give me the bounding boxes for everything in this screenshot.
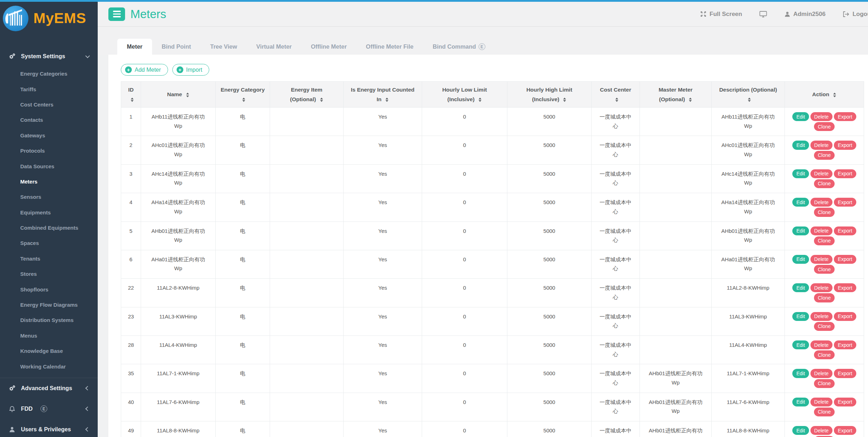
export-button[interactable]: Export	[834, 112, 856, 121]
sidebar-section-users-privileges[interactable]: Users & Privileges	[0, 419, 98, 437]
clone-button[interactable]: Clone	[814, 236, 835, 245]
clone-button[interactable]: Clone	[814, 179, 835, 188]
edit-button[interactable]: Edit	[792, 198, 809, 207]
column-header-hourly-high-limit-inclusive[interactable]: Hourly High Limit (Inclusive)	[507, 82, 592, 108]
clone-button[interactable]: Clone	[814, 379, 835, 388]
sidebar-item-distribution-systems[interactable]: Distribution Systems	[0, 312, 98, 328]
export-button[interactable]: Export	[834, 141, 856, 149]
delete-button[interactable]: Delete	[810, 198, 832, 207]
edit-button[interactable]: Edit	[792, 426, 809, 435]
sidebar-item-energy-flow-diagrams[interactable]: Energy Flow Diagrams	[0, 297, 98, 312]
sidebar-item-contacts[interactable]: Contacts	[0, 112, 98, 127]
clone-button[interactable]: Clone	[814, 322, 835, 331]
column-header-name[interactable]: Name	[141, 82, 216, 108]
delete-button[interactable]: Delete	[810, 112, 832, 121]
delete-button[interactable]: Delete	[810, 426, 832, 435]
export-button[interactable]: Export	[834, 198, 856, 207]
column-header-cost-center[interactable]: Cost Center	[592, 82, 640, 108]
delete-button[interactable]: Delete	[810, 141, 832, 149]
logout-button[interactable]: Logout	[842, 11, 868, 18]
tab-tree-view[interactable]: Tree View	[201, 39, 247, 55]
tab-virtual-meter[interactable]: Virtual Meter	[247, 39, 301, 55]
delete-button[interactable]: Delete	[810, 169, 832, 178]
delete-button[interactable]: Delete	[810, 226, 832, 235]
fullscreen-button[interactable]: Full Screen	[700, 11, 742, 18]
clone-button[interactable]: Clone	[814, 122, 835, 131]
cell-id: 1	[121, 108, 141, 136]
export-button[interactable]: Export	[834, 169, 856, 178]
edit-button[interactable]: Edit	[792, 312, 809, 321]
column-header-hourly-low-limit-inclusive[interactable]: Hourly Low Limit (Inclusive)	[422, 82, 507, 108]
sidebar-item-menus[interactable]: Menus	[0, 328, 98, 343]
edit-button[interactable]: Edit	[792, 398, 809, 406]
sidebar-section-system-settings[interactable]: System Settings	[0, 44, 98, 64]
column-header-description-optional[interactable]: Description (Optional)	[712, 82, 785, 108]
column-header-is-energy-input-counted-in[interactable]: Is Energy Input Counted In	[344, 82, 422, 108]
sidebar-item-sensors[interactable]: Sensors	[0, 189, 98, 204]
edit-button[interactable]: Edit	[792, 141, 809, 149]
sidebar-item-spaces[interactable]: Spaces	[0, 235, 98, 251]
export-button[interactable]: Export	[834, 426, 856, 435]
clone-button[interactable]: Clone	[814, 408, 835, 416]
add-meter-button[interactable]: + Add Meter	[121, 64, 168, 76]
user-menu[interactable]: Admin2506	[784, 11, 826, 18]
column-header-energy-category[interactable]: Energy Category	[216, 82, 270, 108]
sidebar-item-data-sources[interactable]: Data Sources	[0, 158, 98, 174]
edit-button[interactable]: Edit	[792, 255, 809, 264]
delete-button[interactable]: Delete	[810, 283, 832, 292]
tab-bind-command[interactable]: Bind CommandE	[423, 39, 495, 55]
export-button[interactable]: Export	[834, 283, 856, 292]
tab-offline-meter[interactable]: Offline Meter	[301, 39, 356, 55]
import-button[interactable]: + Import	[172, 64, 209, 76]
delete-button[interactable]: Delete	[810, 255, 832, 264]
sidebar-item-energy-categories[interactable]: Energy Categories	[0, 66, 98, 81]
sidebar-section-advanced-settings[interactable]: Advanced Settings	[0, 378, 98, 399]
export-button[interactable]: Export	[834, 398, 856, 406]
sidebar-item-gateways[interactable]: Gateways	[0, 128, 98, 143]
delete-button[interactable]: Delete	[810, 398, 832, 406]
brand-logo[interactable]: MyEMS	[0, 2, 98, 34]
sidebar-item-tariffs[interactable]: Tariffs	[0, 81, 98, 97]
column-header-id[interactable]: ID	[121, 82, 141, 108]
delete-button[interactable]: Delete	[810, 312, 832, 321]
clone-button[interactable]: Clone	[814, 265, 835, 274]
sidebar-item-knowledge-base[interactable]: Knowledge Base	[0, 343, 98, 359]
export-button[interactable]: Export	[834, 369, 856, 378]
tab-offline-meter-file[interactable]: Offline Meter File	[356, 39, 423, 55]
edit-button[interactable]: Edit	[792, 226, 809, 235]
clone-button[interactable]: Clone	[814, 151, 835, 160]
export-button[interactable]: Export	[834, 340, 856, 349]
sidebar-item-stores[interactable]: Stores	[0, 266, 98, 282]
sidebar-toggle-button[interactable]	[108, 7, 125, 21]
delete-button[interactable]: Delete	[810, 340, 832, 349]
edit-button[interactable]: Edit	[792, 283, 809, 292]
sidebar-section-fdd[interactable]: FDD E	[0, 399, 98, 419]
clone-button[interactable]: Clone	[814, 350, 835, 359]
tab-bind-point[interactable]: Bind Point	[152, 39, 200, 55]
column-header-energy-item-optional[interactable]: Energy Item (Optional)	[270, 82, 344, 108]
tab-meter[interactable]: Meter	[117, 39, 152, 55]
edit-button[interactable]: Edit	[792, 169, 809, 178]
export-button[interactable]: Export	[834, 255, 856, 264]
sidebar-item-protocols[interactable]: Protocols	[0, 143, 98, 158]
export-button[interactable]: Export	[834, 312, 856, 321]
clone-button[interactable]: Clone	[814, 208, 835, 217]
column-header-action[interactable]: Action	[785, 82, 864, 108]
export-button[interactable]: Export	[834, 226, 856, 235]
cell-action: EditDeleteExportClone	[785, 193, 864, 222]
delete-button[interactable]: Delete	[810, 369, 832, 378]
sidebar-item-cost-centers[interactable]: Cost Centers	[0, 97, 98, 112]
sidebar-item-equipments[interactable]: Equipments	[0, 205, 98, 220]
edit-button[interactable]: Edit	[792, 369, 809, 378]
column-header-master-meter-optional[interactable]: Master Meter (Optional)	[640, 82, 712, 108]
edit-button[interactable]: Edit	[792, 112, 809, 121]
edit-button[interactable]: Edit	[792, 340, 809, 349]
sidebar-nav: System Settings Energy CategoriesTariffs…	[0, 34, 98, 437]
sidebar-item-tenants[interactable]: Tenants	[0, 251, 98, 266]
sidebar-item-shopfloors[interactable]: Shopfloors	[0, 282, 98, 297]
clone-button[interactable]: Clone	[814, 293, 835, 302]
sidebar-item-working-calendar[interactable]: Working Calendar	[0, 359, 98, 374]
sidebar-item-combined-equipments[interactable]: Combined Equipments	[0, 220, 98, 235]
sidebar-item-meters[interactable]: Meters	[0, 174, 98, 189]
display-mode-button[interactable]	[759, 11, 767, 18]
